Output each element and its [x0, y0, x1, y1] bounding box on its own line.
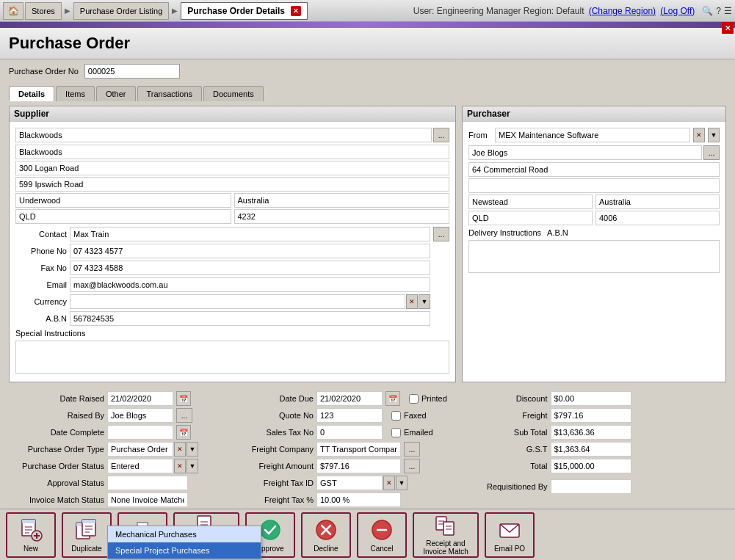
po-status-clear-button[interactable]: ✕ — [174, 459, 186, 473]
tab-transactions[interactable]: Transactions — [137, 86, 203, 101]
total-input[interactable] — [551, 459, 631, 473]
from-input[interactable] — [495, 128, 690, 142]
purchaser-state-input[interactable] — [468, 211, 593, 225]
date-complete-calendar-button[interactable]: 📅 — [176, 425, 191, 440]
purchaser-lookup-button[interactable]: ... — [703, 145, 720, 160]
email-po-button[interactable]: Email PO — [485, 512, 535, 558]
gst-input[interactable] — [551, 442, 631, 457]
freight-tax-id-clear-button[interactable]: ✕ — [383, 476, 395, 490]
po-type-dropdown-button[interactable]: ▼ — [187, 442, 198, 457]
freight-company-lookup-button[interactable]: ... — [404, 442, 420, 457]
approval-status-input[interactable] — [107, 476, 188, 490]
from-clear-button[interactable]: ✕ — [693, 128, 705, 142]
freight-tax-id-input[interactable] — [316, 476, 383, 490]
phone-input[interactable] — [70, 244, 430, 258]
date-raised-input[interactable] — [107, 391, 173, 406]
purchaser-country-input[interactable] — [595, 194, 720, 209]
tab-other[interactable]: Other — [96, 86, 136, 101]
subtotal-input[interactable] — [551, 425, 631, 440]
freight-tax-pct-input[interactable] — [316, 492, 401, 507]
raised-by-input[interactable] — [107, 408, 173, 423]
purchaser-addr2-input[interactable] — [468, 178, 720, 193]
currency-dropdown-button[interactable]: ▼ — [419, 294, 430, 309]
duplicate-label: Duplicate — [71, 545, 102, 553]
supplier-city-input[interactable] — [15, 193, 231, 208]
cancel-button[interactable]: Cancel — [357, 512, 407, 558]
nav-crumb-stores[interactable]: Stores — [25, 2, 62, 20]
contact-lookup-button[interactable]: ... — [433, 227, 449, 241]
menu-icon[interactable]: ☰ — [724, 6, 732, 16]
email-po-label: Email PO — [494, 545, 525, 553]
purchaser-postcode-input[interactable] — [595, 211, 720, 225]
supplier-addr2-input[interactable] — [15, 161, 449, 175]
supplier-postcode-input[interactable] — [234, 209, 450, 224]
fax-input[interactable] — [70, 261, 430, 275]
printed-checkbox[interactable] — [409, 394, 419, 404]
email-label: Email — [15, 280, 67, 289]
special-instructions-textarea[interactable] — [15, 341, 449, 374]
delivery-instructions-textarea[interactable] — [468, 240, 720, 273]
discount-input[interactable] — [551, 391, 631, 406]
nav-crumb-details[interactable]: Purchase Order Details ✕ — [181, 2, 308, 20]
abn-input[interactable] — [70, 311, 430, 326]
window-close-button[interactable]: ✕ — [722, 22, 734, 34]
po-type-input[interactable] — [107, 442, 173, 457]
supplier-country-input[interactable] — [234, 193, 450, 208]
title-bar: Purchase Order — [0, 28, 735, 59]
emailed-checkbox[interactable] — [391, 428, 401, 437]
decline-button[interactable]: Decline — [301, 512, 351, 558]
supplier-addr1-input[interactable] — [15, 145, 449, 159]
date-due-calendar-button[interactable]: 📅 — [385, 391, 400, 406]
po-status-input[interactable] — [107, 459, 173, 473]
sales-tax-input[interactable] — [316, 425, 383, 440]
search-icon[interactable]: 🔍 — [702, 6, 713, 16]
currency-input[interactable] — [70, 294, 405, 309]
duplicate-button[interactable]: Duplicate — [62, 512, 112, 558]
date-raised-label: Date Raised — [9, 394, 104, 403]
requisitioned-by-input[interactable] — [551, 479, 631, 494]
receipt-invoice-match-button[interactable]: Receipt and Invoice Match — [413, 512, 479, 558]
date-raised-calendar-button[interactable]: 📅 — [176, 391, 191, 406]
raised-by-lookup-button[interactable]: ... — [176, 408, 192, 423]
dropdown-item-mechanical[interactable]: Mechanical Purchases — [108, 526, 261, 542]
purchaser-addr1-input[interactable] — [468, 162, 720, 177]
purchaser-name-input[interactable] — [468, 145, 702, 160]
invoice-match-input[interactable] — [107, 492, 188, 507]
currency-clear-button[interactable]: ✕ — [406, 294, 418, 309]
freight-amount-input[interactable] — [316, 459, 401, 473]
supplier-state-input[interactable] — [15, 209, 231, 224]
home-button[interactable]: 🏠 — [3, 2, 23, 20]
po-number-input[interactable] — [84, 64, 180, 79]
freight-amount-extra-button[interactable]: ... — [404, 459, 420, 473]
from-dropdown-button[interactable]: ▼ — [708, 128, 720, 142]
sales-tax-label: Sales Tax No — [236, 428, 314, 437]
supplier-name-input[interactable] — [15, 128, 432, 142]
freight-company-input[interactable] — [316, 442, 401, 457]
email-input[interactable] — [70, 277, 430, 292]
supplier-lookup-button[interactable]: ... — [433, 128, 449, 142]
po-type-clear-button[interactable]: ✕ — [174, 442, 186, 457]
tab-items[interactable]: Items — [56, 86, 95, 101]
phone-label: Phone No — [15, 247, 67, 255]
tab-documents[interactable]: Documents — [203, 86, 264, 101]
contact-input[interactable] — [70, 227, 430, 241]
tab-details[interactable]: Details — [9, 86, 54, 101]
quote-no-input[interactable] — [316, 408, 383, 423]
close-tab-button[interactable]: ✕ — [291, 6, 301, 16]
freight-tax-id-dropdown-button[interactable]: ▼ — [396, 476, 408, 490]
purchaser-city-input[interactable] — [468, 194, 593, 209]
po-status-dropdown-button[interactable]: ▼ — [187, 459, 198, 473]
freight-company-label: Freight Company — [236, 445, 314, 454]
date-complete-input[interactable] — [107, 425, 173, 440]
log-off-link[interactable]: (Log Off) — [660, 6, 695, 16]
change-region-link[interactable]: (Change Region) — [589, 6, 656, 16]
new-button[interactable]: New — [6, 512, 56, 558]
faxed-checkbox[interactable] — [391, 411, 401, 421]
supplier-addr3-input[interactable] — [15, 177, 449, 192]
nav-arrow: ▶ — [65, 7, 70, 15]
date-due-input[interactable] — [316, 391, 383, 406]
freight-value-input[interactable] — [551, 408, 631, 423]
dropdown-item-special[interactable]: Special Project Purchases — [108, 542, 261, 559]
help-icon[interactable]: ? — [716, 6, 721, 16]
nav-crumb-listing[interactable]: Purchase Order Listing — [73, 2, 170, 20]
